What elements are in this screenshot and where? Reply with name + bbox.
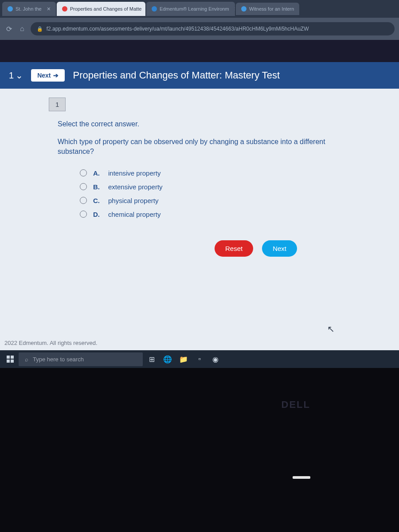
taskbar-search[interactable]: ⌕ Type here to search — [19, 352, 143, 366]
radio-icon[interactable] — [80, 183, 87, 190]
tab-label: St. John the — [16, 6, 42, 12]
option-a[interactable]: A. intensive property — [80, 169, 350, 177]
footer-text: 2022 Edmentum. All rights reserved. — [0, 337, 399, 349]
page-title: Properties and Changes of Matter: Master… — [73, 70, 280, 81]
instruction-text: Select the correct answer. — [58, 120, 350, 128]
reload-icon[interactable]: ⟳ — [4, 23, 14, 35]
tab-label: Edmentum® Learning Environm — [160, 6, 229, 12]
option-b[interactable]: B. extensive property — [80, 183, 350, 191]
tab-favicon-icon — [241, 6, 246, 12]
browser-tab-2[interactable]: Edmentum® Learning Environm × — [146, 2, 235, 16]
search-placeholder: Type here to search — [33, 356, 84, 363]
light-indicator — [293, 476, 310, 479]
option-letter: B. — [93, 183, 102, 191]
dell-logo: DELL — [282, 399, 310, 411]
next-label: Next — [37, 72, 51, 79]
option-text: physical property — [108, 197, 158, 204]
option-text: intensive property — [108, 169, 160, 177]
close-icon[interactable]: × — [47, 5, 51, 12]
close-icon[interactable]: × — [235, 5, 235, 12]
url-text: f2.app.edmentum.com/assessments-delivery… — [47, 26, 309, 32]
start-button[interactable] — [4, 352, 17, 366]
option-letter: D. — [93, 211, 102, 218]
windows-icon — [7, 356, 14, 363]
tab-label: Witness for an Intern — [249, 6, 294, 12]
tab-bar: St. John the × Properties and Changes of… — [0, 0, 399, 18]
reset-button[interactable]: Reset — [215, 240, 253, 257]
options-list: A. intensive property B. extensive prope… — [58, 169, 350, 218]
tab-favicon-icon — [152, 6, 157, 12]
cursor-icon: ↖ — [327, 324, 335, 334]
taskbar: ⌕ Type here to search ⊞ 🌐 📁 ▫ ◉ — [0, 350, 399, 368]
radio-icon[interactable] — [80, 197, 87, 204]
browser-chrome: St. John the × Properties and Changes of… — [0, 0, 399, 40]
svg-rect-2 — [7, 360, 10, 363]
dark-area — [0, 368, 399, 532]
task-view-icon[interactable]: ⊞ — [145, 352, 159, 366]
app-header: 1 ⌄ Next ➔ Properties and Changes of Mat… — [0, 62, 399, 89]
lock-icon: 🔒 — [37, 26, 43, 32]
option-text: extensive property — [108, 183, 163, 191]
question-text: Which type of property can be observed o… — [58, 137, 350, 157]
option-text: chemical property — [108, 211, 160, 218]
action-buttons: Reset Next — [58, 240, 350, 257]
url-field[interactable]: 🔒 f2.app.edmentum.com/assessments-delive… — [31, 22, 395, 35]
option-d[interactable]: D. chemical property — [80, 211, 350, 218]
svg-rect-1 — [11, 356, 14, 359]
explorer-icon[interactable]: 📁 — [176, 352, 191, 366]
browser-tab-3[interactable]: Witness for an Intern — [236, 3, 300, 15]
radio-icon[interactable] — [80, 169, 87, 176]
edge-icon[interactable]: 🌐 — [160, 352, 175, 366]
question-selector[interactable]: 1 ⌄ — [9, 70, 23, 81]
browser-tab-0[interactable]: St. John the × — [2, 2, 56, 16]
option-letter: C. — [93, 197, 102, 204]
svg-rect-0 — [7, 356, 10, 359]
question-nav: 1 — [0, 89, 399, 111]
tab-favicon-icon — [8, 6, 13, 12]
next-button-header[interactable]: Next ➔ — [31, 69, 65, 82]
url-bar: ⟳ ⌂ 🔒 f2.app.edmentum.com/assessments-de… — [0, 18, 399, 40]
next-button[interactable]: Next — [262, 240, 297, 257]
option-c[interactable]: C. physical property — [80, 197, 350, 204]
question-nav-item[interactable]: 1 — [49, 98, 66, 111]
home-icon[interactable]: ⌂ — [18, 23, 26, 35]
search-icon: ⌕ — [25, 356, 28, 363]
svg-rect-3 — [11, 360, 14, 363]
arrow-right-icon: ➔ — [53, 72, 59, 79]
chrome-icon[interactable]: ◉ — [208, 352, 223, 366]
browser-tab-1[interactable]: Properties and Changes of Matte × — [57, 2, 145, 16]
question-area: Select the correct answer. Which type of… — [0, 111, 399, 257]
app-icon[interactable]: ▫ — [192, 352, 207, 366]
tab-label: Properties and Changes of Matte — [70, 6, 141, 12]
question-number: 1 — [9, 70, 14, 81]
radio-icon[interactable] — [80, 211, 87, 218]
option-letter: A. — [93, 169, 102, 177]
tab-favicon-icon — [62, 6, 67, 12]
chevron-down-icon: ⌄ — [16, 70, 23, 81]
